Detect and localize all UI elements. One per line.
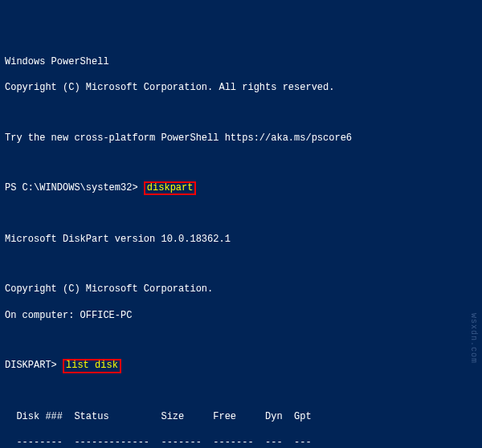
dp-prompt: DISKPART>	[5, 360, 57, 371]
diskpart-copyright: Copyright (C) Microsoft Corporation.	[5, 283, 477, 295]
diskpart-computer: On computer: OFFICE-PC	[5, 309, 477, 322]
disk-table-divider: -------- ------------- ------- ------- -…	[5, 436, 477, 448]
copyright-line: Copyright (C) Microsoft Corporation. All…	[5, 81, 477, 94]
disk-table-header: Disk ### Status Size Free Dyn Gpt	[5, 410, 477, 423]
diskpart-command: diskpart	[144, 181, 197, 195]
blank	[5, 209, 477, 220]
blank	[5, 335, 477, 346]
blank	[5, 108, 477, 119]
blank	[5, 259, 477, 270]
blank	[5, 157, 477, 169]
watermark: wsxdn.com	[468, 313, 480, 364]
ps-prompt-line[interactable]: PS C:\WINDOWS\system32> diskpart	[5, 181, 477, 195]
diskpart-version: Microsoft DiskPart version 10.0.18362.1	[5, 233, 477, 246]
list-disk-command: list disk	[63, 359, 121, 373]
dp-prompt-line[interactable]: DISKPART> list disk	[5, 359, 477, 373]
try-msg: Try the new cross-platform PowerShell ht…	[5, 132, 477, 145]
ps-prompt: PS C:\WINDOWS\system32>	[5, 182, 138, 193]
blank	[5, 386, 477, 397]
title-line: Windows PowerShell	[5, 55, 477, 68]
